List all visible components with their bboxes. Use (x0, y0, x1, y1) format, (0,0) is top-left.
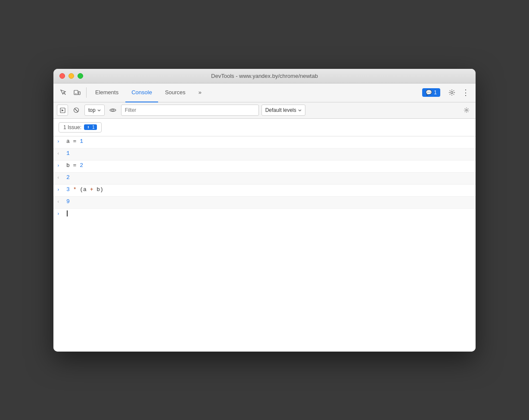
chat-icon: 💬 (426, 90, 432, 96)
context-dropdown[interactable]: top (84, 105, 105, 116)
input-chevron[interactable]: › (57, 187, 64, 192)
clear-console-button[interactable] (71, 105, 82, 116)
svg-rect-2 (78, 92, 80, 95)
return-chevron: ‹ (57, 151, 64, 156)
eye-icon-button[interactable] (107, 105, 118, 116)
toolbar-divider (86, 87, 87, 98)
inspect-icon[interactable] (57, 86, 70, 99)
devtools-window: DevTools - www.yandex.by/chrome/newtab E… (53, 69, 476, 352)
more-button[interactable]: ⋮ (459, 86, 472, 99)
titlebar: DevTools - www.yandex.by/chrome/newtab (53, 69, 476, 83)
return-chevron: ‹ (57, 175, 64, 180)
console-output: › a = 1 ‹ 1 › b = 2 ‹ 2 › 3 * (a + b) (53, 136, 476, 352)
issues-button[interactable]: 1 Issue: 1 (59, 122, 102, 133)
console-row: › b = 2 (53, 161, 476, 173)
close-button[interactable] (59, 73, 65, 79)
console-result: 1 (66, 150, 70, 157)
svg-rect-12 (88, 126, 89, 127)
input-chevron[interactable]: › (57, 139, 64, 144)
default-levels-label: Default levels (265, 107, 296, 113)
execute-context-button[interactable] (57, 105, 68, 116)
tab-sources[interactable]: Sources (159, 83, 192, 102)
svg-point-10 (466, 109, 467, 111)
console-result: 9 (66, 198, 70, 205)
console-input-row[interactable]: › (53, 209, 476, 221)
issues-text: 1 Issue: (63, 124, 81, 130)
main-toolbar: Elements Console Sources » 💬 1 ⋮ (53, 83, 476, 102)
issue-icon: 1 (84, 124, 97, 130)
console-row: › 3 * (a + b) (53, 185, 476, 197)
issue-count: 1 (92, 125, 95, 130)
traffic-lights (59, 73, 83, 79)
window-title: DevTools - www.yandex.by/chrome/newtab (211, 73, 318, 79)
console-row: ‹ 2 (53, 173, 476, 185)
console-row: ‹ 1 (53, 148, 476, 161)
svg-line-0 (64, 93, 65, 95)
default-levels-dropdown[interactable]: Default levels (261, 105, 305, 116)
console-result: 2 (66, 174, 70, 181)
cursor (66, 210, 68, 217)
console-text: a = 1 (66, 138, 83, 145)
minimize-button[interactable] (68, 73, 74, 79)
console-row: › a = 1 (53, 136, 476, 148)
tab-console[interactable]: Console (125, 83, 158, 102)
svg-point-9 (112, 109, 114, 111)
tab-elements[interactable]: Elements (89, 83, 124, 102)
issues-badge-toolbar[interactable]: 💬 1 (422, 88, 440, 97)
console-settings-button[interactable] (461, 105, 472, 116)
top-label: top (88, 107, 96, 113)
tab-more[interactable]: » (193, 83, 208, 102)
filter-input[interactable] (121, 105, 259, 116)
return-chevron: ‹ (57, 199, 64, 204)
device-icon[interactable] (71, 86, 84, 99)
badge-count: 1 (434, 90, 437, 96)
svg-point-4 (451, 92, 453, 94)
input-chevron[interactable]: › (57, 163, 64, 168)
svg-rect-11 (86, 125, 90, 129)
svg-line-8 (75, 109, 78, 112)
settings-button[interactable] (445, 86, 458, 99)
console-text: 3 * (a + b) (66, 186, 103, 193)
issues-bar: 1 Issue: 1 (53, 119, 476, 136)
console-text: b = 2 (66, 162, 83, 169)
maximize-button[interactable] (78, 73, 83, 79)
console-row: ‹ 9 (53, 197, 476, 209)
prompt-chevron: › (57, 211, 64, 216)
svg-marker-6 (62, 109, 64, 111)
svg-rect-13 (88, 127, 89, 128)
console-sub-toolbar: top Default levels (53, 102, 476, 119)
